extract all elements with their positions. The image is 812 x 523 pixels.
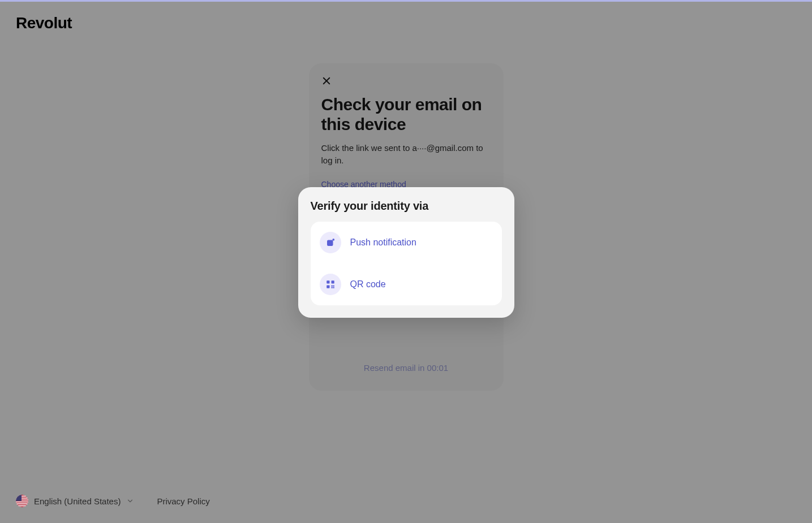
svg-rect-6 xyxy=(326,286,329,288)
svg-rect-9 xyxy=(331,287,332,288)
qr-code-icon xyxy=(320,274,341,295)
svg-rect-20 xyxy=(16,495,22,501)
brand-logo: Revolut xyxy=(16,14,72,32)
popup-title: Verify your identity via xyxy=(311,200,502,213)
footer: English (United States) Privacy Policy xyxy=(16,495,210,507)
svg-rect-8 xyxy=(333,286,334,287)
option-list: Push notification QR code xyxy=(311,222,502,305)
svg-rect-10 xyxy=(333,287,334,288)
svg-rect-13 xyxy=(16,495,28,496)
svg-rect-7 xyxy=(331,286,332,287)
push-notification-icon xyxy=(320,232,341,253)
svg-rect-17 xyxy=(16,503,28,504)
us-flag-icon xyxy=(16,495,28,507)
language-selector[interactable]: English (United States) xyxy=(16,495,134,507)
svg-rect-2 xyxy=(327,240,333,247)
option-label: Push notification xyxy=(350,237,416,248)
option-label: QR code xyxy=(350,279,386,289)
svg-rect-19 xyxy=(16,506,28,507)
svg-rect-5 xyxy=(331,280,334,283)
chevron-down-icon xyxy=(126,497,134,505)
verify-popup: Verify your identity via Push notificati… xyxy=(298,187,514,318)
language-label: English (United States) xyxy=(34,496,121,506)
svg-point-3 xyxy=(332,239,334,241)
svg-rect-4 xyxy=(326,280,329,283)
option-push-notification[interactable]: Push notification xyxy=(311,222,502,263)
svg-rect-18 xyxy=(16,504,28,505)
privacy-policy-link[interactable]: Privacy Policy xyxy=(157,496,209,506)
option-qr-code[interactable]: QR code xyxy=(311,263,502,305)
